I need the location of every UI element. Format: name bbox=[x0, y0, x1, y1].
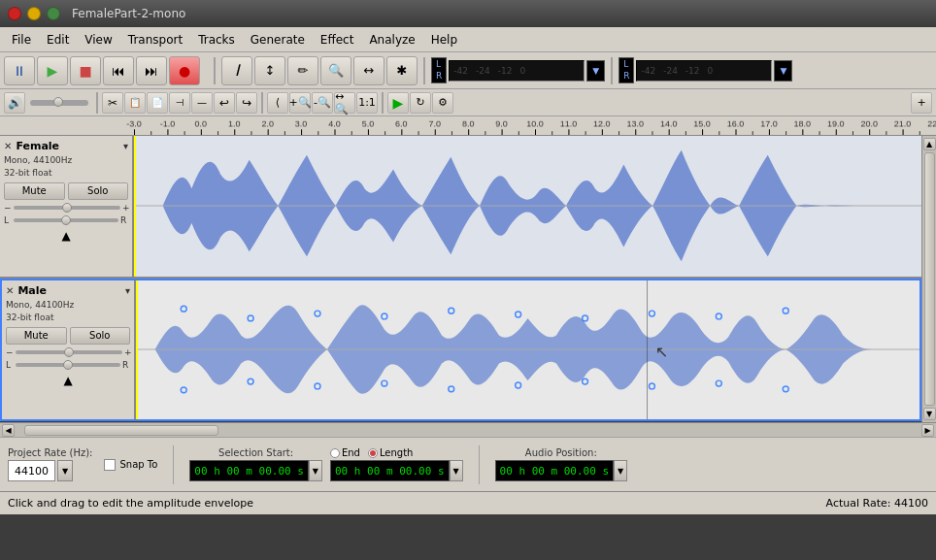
vscroll-up-button[interactable]: ▲ bbox=[923, 138, 936, 150]
ruler-canvas bbox=[0, 116, 936, 135]
end-length-control[interactable]: 00 h 00 m 00.00 s ▼ bbox=[330, 460, 463, 481]
minimize-button[interactable] bbox=[27, 7, 41, 20]
selection-start-dropdown[interactable]: ▼ bbox=[309, 460, 322, 481]
play-green-button[interactable]: ▶ bbox=[387, 92, 409, 114]
menu-transport[interactable]: Transport bbox=[120, 31, 190, 49]
selection-start-value[interactable]: 00 h 00 m 00.00 s bbox=[189, 460, 309, 481]
project-rate-value[interactable]: 44100 bbox=[8, 460, 55, 481]
undo-button[interactable]: ↩ bbox=[214, 92, 235, 114]
track-female-mute[interactable]: Mute bbox=[4, 182, 65, 200]
stop-button[interactable]: ■ bbox=[70, 56, 101, 85]
menu-edit[interactable]: Edit bbox=[39, 31, 77, 49]
menu-effect[interactable]: Effect bbox=[313, 31, 362, 49]
vscroll-thumb[interactable] bbox=[924, 152, 935, 406]
track-male-pan[interactable] bbox=[16, 363, 120, 367]
envelope-tool-button[interactable]: ↕ bbox=[254, 56, 285, 85]
skip-forward-button[interactable]: ⏭ bbox=[136, 56, 167, 85]
vscroll-down-button[interactable]: ▼ bbox=[923, 408, 936, 420]
track-female-waveform[interactable]: 1.0 0.5 0.0 -0.5 -1.0 bbox=[134, 136, 921, 277]
cut-button[interactable]: ✂ bbox=[102, 92, 123, 114]
fit-project-button[interactable]: ↔🔍 bbox=[334, 92, 355, 114]
menu-file[interactable]: File bbox=[4, 31, 39, 49]
horizontal-scrollbar[interactable]: ◀ ▶ bbox=[0, 422, 936, 437]
track-male-dropdown[interactable]: ▾ bbox=[125, 285, 130, 296]
track-female-volume[interactable] bbox=[14, 206, 120, 210]
playback-meter-lr: LR bbox=[431, 57, 447, 83]
menu-generate[interactable]: Generate bbox=[243, 31, 313, 49]
selection-start-control[interactable]: 00 h 00 m 00.00 s ▼ bbox=[189, 460, 322, 481]
multi-tool-button[interactable]: ✱ bbox=[386, 56, 418, 85]
playhead-male bbox=[136, 280, 138, 419]
end-length-radio-group: End Length bbox=[330, 447, 463, 458]
snap-to-checkbox[interactable] bbox=[104, 459, 116, 471]
track-female-dropdown[interactable]: ▾ bbox=[123, 141, 128, 151]
timeshift-tool-button[interactable]: ↔ bbox=[353, 56, 384, 85]
end-length-section: End Length 00 h 00 m 00.00 s ▼ bbox=[330, 447, 463, 481]
pause-button[interactable]: ⏸ bbox=[4, 56, 35, 85]
bottom-bar: Project Rate (Hz): 44100 ▼ Snap To Selec… bbox=[0, 437, 936, 491]
track-female-controls: ✕ Female ▾ Mono, 44100Hz 32-bit float Mu… bbox=[0, 136, 134, 277]
track-male-waveform[interactable]: 1.0 0.5 0.0 -0.5 -1.0 bbox=[136, 280, 919, 419]
status-text: Click and drag to edit the amplitude env… bbox=[8, 497, 253, 510]
end-length-dropdown[interactable]: ▼ bbox=[450, 460, 463, 481]
hscroll-right-button[interactable]: ▶ bbox=[921, 424, 934, 437]
trim-button[interactable]: ⊣ bbox=[169, 92, 190, 114]
menu-analyze[interactable]: Analyze bbox=[361, 31, 422, 49]
track-male-close[interactable]: ✕ bbox=[6, 285, 14, 296]
record-meter-display: -42 -24 -12 0 bbox=[636, 60, 772, 82]
menu-help[interactable]: Help bbox=[423, 31, 465, 49]
tracks-container: ✕ Female ▾ Mono, 44100Hz 32-bit float Mu… bbox=[0, 136, 921, 422]
transport-toolbar: ⏸ ▶ ■ ⏮ ⏭ ● I ↕ ✏ 🔍 ↔ ✱ LR -42 -24 -12 0… bbox=[0, 52, 936, 89]
track-male-solo[interactable]: Solo bbox=[70, 327, 131, 345]
pan-l-label: L bbox=[4, 215, 12, 225]
play-button[interactable]: ▶ bbox=[37, 56, 68, 85]
track-female-expand[interactable]: ▲ bbox=[61, 229, 70, 243]
draw-mode-button[interactable]: ⟨ bbox=[267, 92, 288, 114]
copy-button[interactable]: 📋 bbox=[124, 92, 146, 114]
volume-slider[interactable] bbox=[30, 100, 88, 106]
length-radio-option[interactable]: Length bbox=[368, 447, 414, 458]
end-radio-option[interactable]: End bbox=[330, 447, 360, 458]
silence-button[interactable]: — bbox=[191, 92, 213, 114]
end-radio[interactable] bbox=[330, 448, 340, 458]
hscroll-left-button[interactable]: ◀ bbox=[2, 424, 15, 437]
audio-position-dropdown[interactable]: ▼ bbox=[614, 460, 627, 481]
track-male-mute[interactable]: Mute bbox=[6, 327, 67, 345]
zoom-in-button[interactable]: +🔍 bbox=[289, 92, 311, 114]
menu-tracks[interactable]: Tracks bbox=[190, 31, 243, 49]
playback-meter-options[interactable]: ▼ bbox=[586, 60, 605, 82]
zoom-tool-button[interactable]: 🔍 bbox=[320, 56, 351, 85]
track-female-close[interactable]: ✕ bbox=[4, 141, 12, 151]
project-rate-control[interactable]: 44100 ▼ bbox=[8, 460, 92, 481]
redo-button[interactable]: ↪ bbox=[236, 92, 257, 114]
audio-position-value[interactable]: 00 h 00 m 00.00 s bbox=[495, 460, 615, 481]
menu-view[interactable]: View bbox=[77, 31, 119, 49]
close-button[interactable] bbox=[8, 7, 21, 20]
track-female-solo[interactable]: Solo bbox=[68, 182, 129, 200]
selection-start-label: Selection Start: bbox=[189, 447, 322, 458]
extra-button[interactable]: + bbox=[911, 92, 932, 114]
track-male-expand[interactable]: ▲ bbox=[63, 374, 72, 387]
draw-tool-button[interactable]: ✏ bbox=[287, 56, 318, 85]
project-rate-dropdown[interactable]: ▼ bbox=[57, 460, 73, 481]
track-male-volume[interactable] bbox=[16, 350, 122, 354]
actual-rate-text: Actual Rate: 44100 bbox=[826, 497, 928, 510]
zoom-out-button[interactable]: -🔍 bbox=[312, 92, 333, 114]
maximize-button[interactable] bbox=[47, 7, 60, 20]
vertical-scrollbar[interactable]: ▲ ▼ bbox=[921, 136, 936, 422]
audio-position-control[interactable]: 00 h 00 m 00.00 s ▼ bbox=[495, 460, 628, 481]
hscroll-thumb[interactable] bbox=[24, 425, 218, 436]
end-length-value[interactable]: 00 h 00 m 00.00 s bbox=[330, 460, 450, 481]
length-radio[interactable] bbox=[368, 448, 378, 458]
record-meter-lr: LR bbox=[618, 57, 634, 83]
paste-button[interactable]: 📄 bbox=[147, 92, 168, 114]
track-female-pan[interactable] bbox=[14, 218, 118, 222]
zoom-normal-button[interactable]: 1:1 bbox=[356, 92, 378, 114]
record-meter-options[interactable]: ▼ bbox=[774, 60, 792, 82]
loop-button[interactable]: ↻ bbox=[410, 92, 431, 114]
selection-tool-button[interactable]: I bbox=[221, 56, 252, 85]
options-button[interactable]: ⚙ bbox=[432, 92, 453, 114]
record-button[interactable]: ● bbox=[169, 56, 200, 85]
pan-r-male-label: R bbox=[122, 360, 130, 370]
skip-back-button[interactable]: ⏮ bbox=[103, 56, 134, 85]
